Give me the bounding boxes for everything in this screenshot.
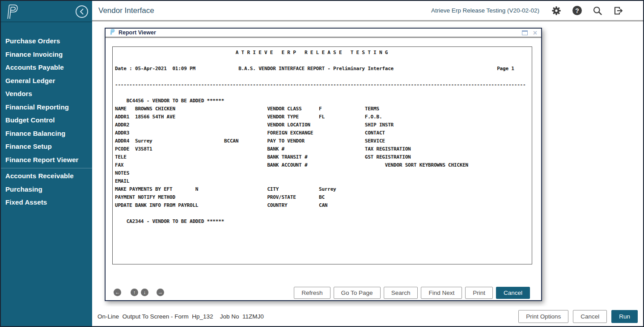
sidebar-item-purchase-orders[interactable]: Purchase Orders <box>1 34 92 48</box>
modal-cancel-button[interactable]: Cancel <box>496 287 530 299</box>
sidebar-item-budget-control[interactable]: Budget Control <box>1 113 92 127</box>
sidebar: Purchase Orders Finance Invoicing Accoun… <box>1 1 92 326</box>
environment-label: Atrieve Erp Release Testing (V20-02-02) <box>431 7 539 14</box>
close-icon[interactable]: × <box>533 30 537 35</box>
page-title: Vendor Interface <box>98 6 154 15</box>
search-button[interactable]: Search <box>384 287 418 299</box>
modal-titlebar[interactable]: Report Viewer × <box>106 29 541 38</box>
search-icon[interactable] <box>593 6 602 16</box>
sidebar-item-vendors[interactable]: Vendors <box>1 87 92 101</box>
modal-titlebar-icons: × <box>522 30 537 35</box>
modal-button-row: Refresh Go To Page Search Find Next Prin… <box>294 287 530 299</box>
find-next-button[interactable]: Find Next <box>421 287 462 299</box>
app-window: { "header": { "title": "Vendor Interface… <box>0 0 644 327</box>
sidebar-item-finance-invoicing[interactable]: Finance Invoicing <box>1 48 92 61</box>
sidebar-divider <box>1 168 92 168</box>
status-button-row: Print Options Cancel Run <box>518 310 638 323</box>
report-page: A T R I E V E E R P R E L E A S E T E S … <box>112 46 532 264</box>
help-icon[interactable]: ? <box>572 6 582 15</box>
modal-title: Report Viewer <box>119 29 156 36</box>
sidebar-item-fixed-assets[interactable]: Fixed Assets <box>1 196 92 209</box>
print-options-button[interactable]: Print Options <box>518 310 568 323</box>
run-button[interactable]: Run <box>611 310 638 323</box>
job-status-text: On-Line Output To Screen - Form Hp_132 J… <box>97 313 264 320</box>
sidebar-item-accounts-payable[interactable]: Accounts Payable <box>1 61 92 74</box>
sidebar-item-finance-report-viewer[interactable]: Finance Report Viewer <box>1 153 92 167</box>
print-button[interactable]: Print <box>465 287 493 299</box>
go-to-page-button[interactable]: Go To Page <box>334 287 381 299</box>
sidebar-item-finance-setup[interactable]: Finance Setup <box>1 140 92 153</box>
sidebar-item-accounts-receivable[interactable]: Accounts Receivable <box>1 169 92 183</box>
settings-gear-icon[interactable] <box>551 5 562 16</box>
sidebar-item-financial-reporting[interactable]: Financial Reporting <box>1 101 92 114</box>
refresh-button[interactable]: Refresh <box>294 287 330 299</box>
statusbar-cancel-button[interactable]: Cancel <box>573 310 607 323</box>
page-first-arrow-icon[interactable]: ← <box>114 289 121 296</box>
page-up-arrow-icon[interactable]: ↑ <box>131 289 138 296</box>
header-right: Atrieve Erp Release Testing (V20-02-02) … <box>431 1 623 20</box>
report-viewer-modal: Report Viewer × A T R I E V E E R P R E … <box>105 28 542 301</box>
page-last-arrow-icon[interactable]: → <box>157 289 164 296</box>
page-down-arrow-icon[interactable]: ↓ <box>141 289 148 296</box>
modal-logo-icon <box>110 29 115 37</box>
powerschool-logo-icon <box>5 3 20 22</box>
sidebar-item-general-ledger[interactable]: General Ledger <box>1 74 92 88</box>
top-header: Vendor Interface Atrieve Erp Release Tes… <box>92 1 643 21</box>
sidebar-item-purchasing[interactable]: Purchasing <box>1 183 92 196</box>
maximize-icon[interactable] <box>522 30 528 35</box>
sidebar-collapse-button[interactable] <box>75 5 89 18</box>
sidebar-header <box>1 1 92 22</box>
logout-icon[interactable] <box>613 6 623 16</box>
sidebar-menu: Purchase Orders Finance Invoicing Accoun… <box>1 23 92 209</box>
status-bar: On-Line Output To Screen - Form Hp_132 J… <box>92 306 643 326</box>
report-text: A T R I E V E E R P R E L E A S E T E S … <box>113 47 532 226</box>
sidebar-item-finance-balancing[interactable]: Finance Balancing <box>1 127 92 140</box>
